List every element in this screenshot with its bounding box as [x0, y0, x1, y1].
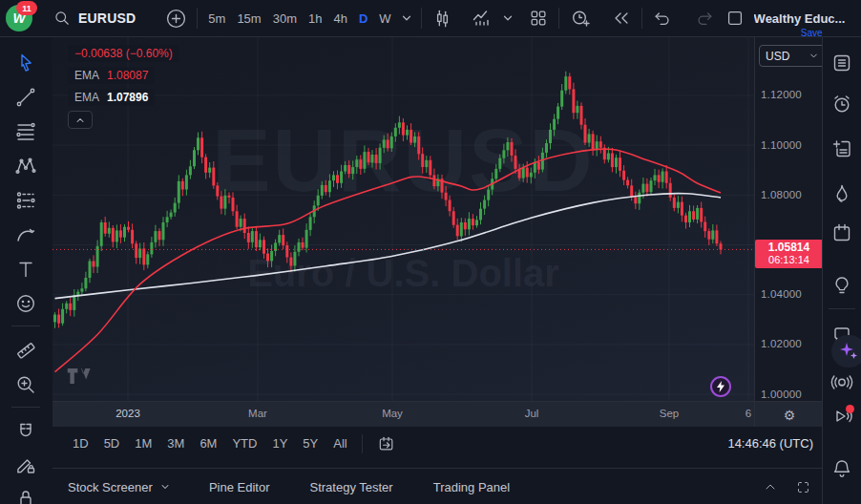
- toolbar-divider: [11, 407, 40, 408]
- trend-line-tool-button[interactable]: [12, 84, 39, 111]
- range-1d[interactable]: 1D: [65, 433, 96, 453]
- range-ytd[interactable]: YTD: [224, 433, 264, 453]
- tab-strategy-tester[interactable]: Strategy Tester: [309, 480, 392, 494]
- live-ideas-broadcast-button[interactable]: [830, 370, 854, 395]
- chart-style-button[interactable]: [427, 5, 458, 32]
- candle-body: [545, 143, 548, 153]
- range-1m[interactable]: 1M: [127, 433, 159, 453]
- time-axis-label: 6: [729, 408, 767, 419]
- candle-body: [421, 154, 424, 167]
- redo-button[interactable]: [689, 5, 720, 32]
- timeframe-1h[interactable]: 1h: [303, 5, 327, 32]
- timeframe-1d[interactable]: D: [353, 5, 373, 32]
- symbol-search-button[interactable]: EURUSD: [48, 5, 147, 32]
- ai-assistant-button[interactable]: [831, 335, 861, 368]
- layout-grid-button[interactable]: [523, 5, 554, 32]
- timeframe-4h[interactable]: 4h: [327, 5, 352, 32]
- notifications-bell-button[interactable]: [830, 456, 854, 481]
- legend-collapse-button[interactable]: [68, 111, 93, 129]
- emoji-tool-button[interactable]: [12, 290, 39, 317]
- text-tool-button[interactable]: [12, 256, 39, 283]
- candle-body: [534, 162, 536, 173]
- range-6m[interactable]: 6M: [192, 433, 224, 453]
- timeframe-menu-chevron[interactable]: [397, 5, 416, 32]
- range-3m[interactable]: 3M: [159, 433, 192, 453]
- fullscreen-button[interactable]: [787, 473, 819, 500]
- save-layout-link[interactable]: Save: [801, 28, 823, 38]
- calendar-button[interactable]: [830, 220, 854, 245]
- expand-panel-button[interactable]: [754, 473, 787, 500]
- compare-add-symbol-button[interactable]: [160, 5, 192, 32]
- candle-body: [460, 222, 463, 236]
- tab-pine-editor[interactable]: Pine Editor: [209, 480, 270, 494]
- candle-body: [541, 153, 544, 170]
- ema-fast-legend-row[interactable]: EMA 1.08087: [68, 67, 155, 84]
- user-menu-button[interactable]: W 11: [0, 0, 38, 36]
- candle-body: [135, 243, 137, 258]
- candle-body: [325, 185, 327, 192]
- boost-flash-button[interactable]: [710, 376, 731, 397]
- price-axis-scale[interactable]: USD 1.05814 06:13:14 1.120001.100001.080…: [754, 37, 824, 401]
- magnet-mode-button[interactable]: [12, 418, 39, 445]
- range-5d[interactable]: 5D: [96, 433, 128, 453]
- layout-name-button[interactable]: Wealthy Educ... Save: [754, 11, 861, 26]
- layout-save-checkbox-icon[interactable]: [720, 5, 750, 32]
- timeframe-15m[interactable]: 15m: [231, 5, 266, 32]
- notes-button[interactable]: [830, 136, 854, 161]
- candle-body: [549, 130, 552, 143]
- measure-tool-button[interactable]: [12, 337, 39, 364]
- time-axis-scale[interactable]: 2023MarMayJulSep6: [52, 401, 754, 428]
- zoom-in-tool-button[interactable]: [12, 371, 39, 398]
- go-to-date-button[interactable]: [369, 431, 404, 456]
- indicators-menu-chevron[interactable]: [498, 5, 517, 32]
- brush-tool-button[interactable]: [12, 221, 39, 248]
- hotlists-flame-button[interactable]: [830, 181, 854, 206]
- chart-pane[interactable]: EURUSD Euro / U.S. Dollar −0.00638 (−0.6…: [52, 37, 754, 401]
- candle-body: [707, 231, 710, 240]
- lock-all-drawings-button[interactable]: [12, 485, 39, 504]
- candle-body: [347, 165, 350, 174]
- projection-tool-button[interactable]: [12, 187, 39, 214]
- timeframe-30m[interactable]: 30m: [267, 5, 303, 32]
- range-all[interactable]: All: [326, 433, 354, 453]
- candle-body: [572, 89, 575, 113]
- session-clock[interactable]: 14:46:46 (UTC): [727, 436, 813, 451]
- price-tick-label: 1.00000: [761, 388, 802, 400]
- ideas-lightbulb-button[interactable]: [830, 273, 854, 298]
- tradingview-logo-watermark[interactable]: [66, 367, 94, 386]
- price-tick-label: 1.02000: [761, 338, 802, 349]
- alerts-button[interactable]: [830, 92, 854, 116]
- range-5y[interactable]: 5Y: [295, 433, 326, 453]
- currency-selector[interactable]: USD: [759, 45, 826, 67]
- indicators-button[interactable]: [466, 5, 498, 32]
- tab-stock-screener[interactable]: Stock Screener: [68, 480, 171, 494]
- candle-body: [108, 228, 111, 234]
- candle-body: [285, 245, 288, 258]
- create-alert-button[interactable]: [564, 5, 597, 32]
- candle-body: [514, 156, 517, 169]
- candle-body: [711, 230, 714, 239]
- fib-retracement-tool-button[interactable]: [12, 118, 39, 145]
- undo-button[interactable]: [647, 5, 678, 32]
- timeframe-1w[interactable]: W: [373, 5, 396, 32]
- candle-body: [715, 230, 718, 243]
- tab-trading-panel[interactable]: Trading Panel: [433, 480, 510, 494]
- drawing-mode-lock-button[interactable]: [12, 452, 39, 478]
- candle-body: [530, 173, 533, 178]
- bar-replay-button[interactable]: [606, 5, 637, 32]
- candle-body: [596, 141, 598, 150]
- candle-body: [599, 141, 602, 148]
- ema-slow-legend-row[interactable]: EMA 1.07896: [68, 89, 155, 106]
- candle-body: [270, 251, 273, 261]
- candle-body: [387, 139, 389, 148]
- candle-body: [560, 91, 563, 107]
- watchlist-button[interactable]: [830, 51, 854, 75]
- cursor-tool-button[interactable]: [12, 50, 39, 76]
- candle-body: [53, 315, 56, 323]
- range-1y[interactable]: 1Y: [264, 433, 295, 453]
- streams-button[interactable]: [830, 404, 854, 429]
- xabcd-pattern-tool-button[interactable]: [12, 153, 39, 179]
- live-indicator-dot: [846, 405, 854, 413]
- candle-body: [69, 304, 72, 310]
- timeframe-5m[interactable]: 5m: [202, 5, 231, 32]
